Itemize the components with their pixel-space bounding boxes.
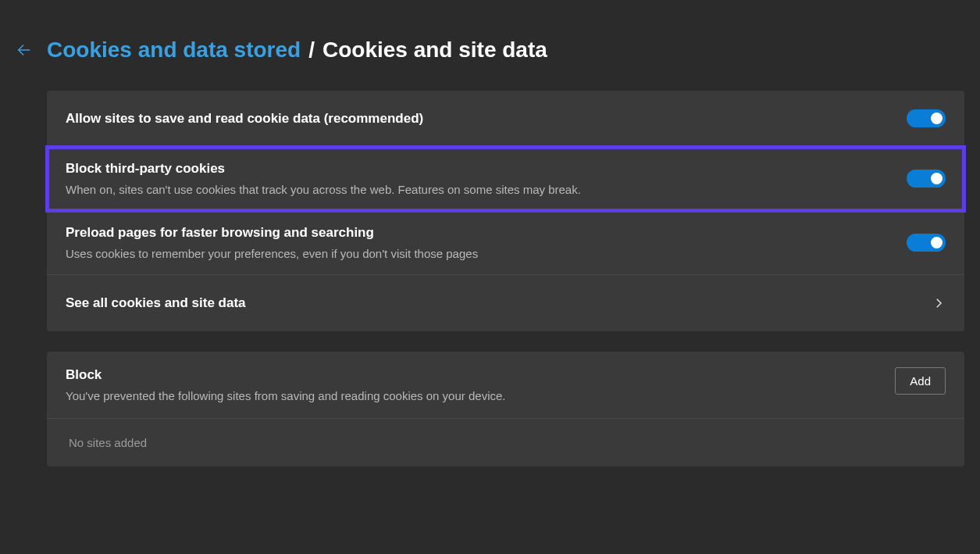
block-description: You've prevented the following sites fro… — [66, 389, 895, 402]
setting-block-third-party: Block third-party cookies When on, sites… — [47, 147, 964, 211]
breadcrumb-separator: / — [308, 38, 315, 63]
setting-title: Allow sites to save and read cookie data… — [66, 111, 907, 127]
setting-description: Uses cookies to remember your preference… — [66, 247, 907, 260]
add-button[interactable]: Add — [895, 367, 946, 395]
setting-title: Preload pages for faster browsing and se… — [66, 225, 907, 241]
breadcrumb-parent[interactable]: Cookies and data stored — [47, 38, 301, 63]
setting-title: Block third-party cookies — [66, 161, 907, 177]
toggle-preload-pages[interactable] — [907, 234, 946, 252]
breadcrumb: Cookies and data stored / Cookies and si… — [47, 38, 547, 63]
setting-preload-pages: Preload pages for faster browsing and se… — [47, 211, 964, 275]
see-all-cookies-row[interactable]: See all cookies and site data — [47, 275, 964, 331]
back-arrow-icon[interactable] — [16, 41, 33, 59]
setting-description: When on, sites can't use cookies that tr… — [66, 183, 907, 196]
toggle-allow-cookies[interactable] — [907, 109, 946, 127]
block-section: Block You've prevented the following sit… — [47, 352, 964, 466]
breadcrumb-current: Cookies and site data — [323, 38, 547, 63]
see-all-label: See all cookies and site data — [66, 295, 932, 311]
toggle-block-third-party[interactable] — [907, 170, 946, 188]
chevron-right-icon — [932, 296, 946, 310]
block-title: Block — [66, 367, 895, 383]
settings-group: Allow sites to save and read cookie data… — [47, 91, 964, 331]
block-empty-state: No sites added — [47, 419, 964, 466]
setting-allow-cookies: Allow sites to save and read cookie data… — [47, 91, 964, 147]
